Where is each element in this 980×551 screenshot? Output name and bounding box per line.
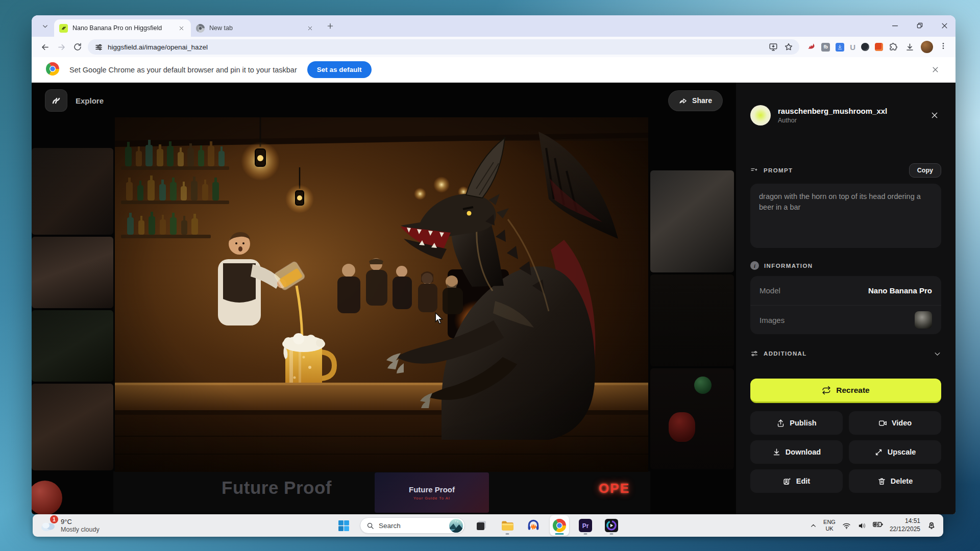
clock-widget[interactable]: 14:51 22/12/2025 [890, 517, 920, 533]
information-card: Model Nano Banana Pro Images [750, 276, 941, 334]
tab-close-icon[interactable] [177, 24, 186, 33]
task-view-icon[interactable] [472, 515, 491, 536]
author-name: rauschenberg_mushroom_xxl [778, 107, 887, 115]
address-bar[interactable]: higgsfield.ai/image/openai_hazel [88, 39, 799, 55]
reload-icon[interactable] [69, 39, 86, 55]
edit-button[interactable]: Edit [750, 469, 843, 493]
additional-label: ADDITIONAL [764, 350, 807, 357]
prompt-text[interactable]: dragon with the horn on top of its head … [750, 184, 941, 248]
higgsfield-logo[interactable] [45, 89, 67, 112]
background-thumbnail[interactable] [32, 148, 113, 235]
copy-prompt-button[interactable]: Copy [909, 163, 941, 178]
green-balloon-thumbnail [694, 377, 712, 394]
nav-explore[interactable]: Explore [76, 96, 104, 105]
downloader-extension-icon[interactable] [836, 43, 844, 52]
downloads-icon[interactable] [905, 42, 915, 52]
info-icon: i [750, 261, 759, 270]
menu-kebab-icon[interactable] [939, 42, 947, 52]
default-browser-banner: Set Google Chrome as your default browse… [32, 57, 955, 83]
language-indicator[interactable]: ENG UK [823, 519, 836, 532]
model-row: Model Nano Banana Pro [750, 276, 941, 305]
install-app-icon[interactable] [766, 40, 781, 54]
background-thumbnail[interactable] [32, 310, 113, 382]
red-dragon-extension-icon[interactable] [806, 41, 816, 53]
source-image-thumbnail[interactable] [915, 311, 932, 329]
search-highlight-image[interactable] [449, 519, 463, 533]
window-minimize-button[interactable] [891, 22, 899, 30]
file-explorer-icon[interactable] [498, 515, 517, 536]
tab-close-icon[interactable] [306, 24, 314, 33]
recreate-button[interactable]: Recreate [750, 379, 941, 403]
tray-date: 22/12/2025 [890, 525, 920, 534]
prompt-icon [750, 166, 758, 174]
tray-chevron-up-icon[interactable] [810, 522, 817, 529]
notification-bell-icon[interactable] [927, 521, 936, 530]
tab-title: Nano Banana Pro on Higgsfield [72, 24, 177, 32]
panel-close-icon[interactable] [928, 109, 941, 122]
share-button[interactable]: Share [668, 90, 723, 111]
publish-button[interactable]: Publish [750, 411, 843, 435]
forward-icon[interactable] [53, 39, 69, 55]
dragon-bar-artwork [115, 117, 648, 472]
background-thumbnail[interactable] [650, 170, 734, 272]
weather-widget[interactable]: 1 9°C Mostly cloudy [33, 518, 100, 533]
background-thumbnail[interactable] [32, 384, 113, 470]
profile-avatar[interactable] [921, 41, 933, 53]
taskbar-search[interactable]: Search [360, 517, 465, 534]
premiere-pro-icon[interactable]: Pr [576, 515, 595, 536]
background-thumbnail[interactable] [650, 274, 734, 366]
site-settings-icon[interactable] [95, 43, 103, 51]
banner-close-icon[interactable] [929, 64, 941, 76]
additional-section-toggle[interactable]: ADDITIONAL [750, 349, 941, 358]
tab-strip: Nano Banana Pro on Higgsfield New tab [32, 15, 955, 37]
information-label: INFORMATION [764, 263, 813, 269]
taskbar: 1 9°C Mostly cloudy Search [33, 514, 943, 537]
weather-condition: Mostly cloudy [61, 526, 100, 533]
author-avatar[interactable] [750, 105, 771, 126]
battery-charging-icon[interactable] [873, 520, 883, 531]
new-tab-button[interactable] [324, 19, 337, 33]
upscale-button[interactable]: Upscale [849, 440, 941, 464]
tab-search-icon[interactable] [38, 19, 52, 33]
tab-higgsfield[interactable]: Nano Banana Pro on Higgsfield [54, 19, 191, 37]
red-figure-thumbnail [669, 412, 695, 442]
chrome-gray-favicon [196, 24, 205, 33]
chrome-taskbar-icon[interactable] [550, 515, 569, 536]
chrome-logo-icon [46, 62, 59, 78]
svg-text:Pr: Pr [582, 522, 589, 530]
url-text: higgsfield.ai/image/openai_hazel [108, 43, 208, 51]
delete-button[interactable]: Delete [849, 469, 941, 493]
future-proof-card[interactable]: Future Proof Your Guide To AI [375, 472, 489, 513]
image-details-panel: rauschenberg_mushroom_xxl Author PROMPT … [736, 83, 955, 514]
background-thumbnail[interactable] [650, 368, 734, 469]
author-role: Author [778, 117, 887, 124]
mouse-cursor [433, 312, 445, 327]
volume-icon[interactable] [857, 521, 866, 530]
browser-window: Nano Banana Pro on Higgsfield New tab [32, 15, 955, 514]
wifi-icon[interactable] [842, 521, 851, 530]
clipchamp-icon[interactable] [602, 515, 621, 536]
background-thumbnail-row: Future Proof Future Proof Your Guide To … [113, 471, 650, 514]
red-balloon-thumbnail[interactable] [32, 481, 62, 514]
audacity-icon[interactable] [524, 515, 543, 536]
dark-circle-extension-icon[interactable] [861, 43, 869, 51]
tab-new-tab[interactable]: New tab [191, 19, 320, 37]
weather-temp: 9°C [61, 518, 100, 525]
back-icon[interactable] [37, 39, 53, 55]
download-button[interactable]: Download [750, 440, 843, 464]
browser-toolbar: higgsfield.ai/image/openai_hazel fb U [32, 37, 955, 57]
extensions-puzzle-icon[interactable] [889, 42, 898, 52]
u-extension-icon[interactable]: U [850, 43, 855, 52]
fb-extension-icon[interactable]: fb [821, 43, 830, 52]
window-close-button[interactable] [941, 22, 948, 30]
bookmark-star-icon[interactable] [781, 40, 796, 54]
video-button[interactable]: Video [849, 411, 941, 435]
higgsfield-favicon [59, 24, 68, 33]
background-thumbnail[interactable] [32, 237, 113, 308]
window-restore-button[interactable] [916, 22, 923, 29]
desktop-wallpaper: Nano Banana Pro on Higgsfield New tab [0, 0, 980, 551]
set-as-default-button[interactable]: Set as default [307, 61, 372, 78]
generated-image-lightbox[interactable] [115, 117, 648, 472]
start-button[interactable] [334, 515, 353, 536]
orange-extension-icon[interactable] [875, 43, 883, 51]
